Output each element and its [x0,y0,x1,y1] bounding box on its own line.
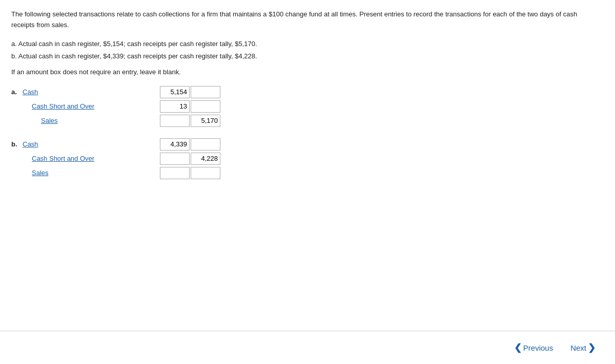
section-b: b. Cash b. Cash Short and Over b. Sale [11,138,604,179]
next-button[interactable]: Next ❯ [563,338,603,357]
debit-a-short[interactable] [160,100,190,113]
credit-a-sales[interactable] [191,115,220,127]
account-sales-b: Sales [32,169,114,177]
label-area-b-cash: b. Cash [11,140,155,148]
section-a-letter: a. [11,88,20,96]
input-pair-a-short [160,100,220,113]
account-cash-b: Cash [23,140,105,148]
row-a-cash: a. Cash [11,86,604,98]
credit-b-cash[interactable] [191,138,220,151]
credit-b-sales[interactable] [191,167,220,179]
main-content: The following selected transactions rela… [0,0,615,179]
input-pair-a-sales [160,115,220,127]
trans-a: a. Actual cash in cash register, $5,154;… [11,38,604,51]
row-b-cash-short: b. Cash Short and Over [11,153,604,165]
debit-b-cash[interactable] [160,138,190,151]
debit-b-sales[interactable] [160,167,190,179]
section-a: a. Cash a. Cash Short and Over a. Sale [11,86,604,127]
row-b-sales: b. Sales [11,167,604,179]
label-area-a-short: a. Cash Short and Over [11,102,155,110]
label-area-b-short: b. Cash Short and Over [11,155,155,162]
transaction-list: a. Actual cash in cash register, $5,154;… [11,38,604,63]
input-pair-a-cash [160,86,220,98]
row-a-sales: a. Sales [11,115,604,127]
previous-button[interactable]: ❮ Previous [507,338,560,357]
account-cash-short-a: Cash Short and Over [32,102,114,110]
section-b-letter: b. [11,140,20,148]
account-cash-a: Cash [23,88,105,96]
debit-a-sales[interactable] [160,115,190,127]
credit-a-cash[interactable] [191,86,220,98]
next-label: Next [570,344,586,352]
next-chevron-icon: ❯ [588,342,596,353]
debit-a-cash[interactable] [160,86,190,98]
hint-text: If an amount box does not require an ent… [11,68,604,76]
previous-label: Previous [523,344,553,352]
input-pair-b-sales [160,167,220,179]
account-cash-short-b: Cash Short and Over [32,155,114,162]
label-area-a-sales: a. Sales [11,117,155,124]
intro-text: The following selected transactions rela… [11,9,596,31]
row-a-cash-short: a. Cash Short and Over [11,100,604,113]
previous-chevron-icon: ❮ [514,342,522,353]
credit-a-short[interactable] [191,100,220,113]
input-pair-b-short [160,153,220,165]
footer-bar: ❮ Previous Next ❯ [0,331,615,364]
credit-b-short[interactable] [191,153,220,165]
account-sales-a: Sales [41,117,123,124]
debit-b-short[interactable] [160,153,190,165]
label-area-b-sales: b. Sales [11,169,155,177]
trans-b: b. Actual cash in cash register, $4,339;… [11,50,604,63]
label-area-a-cash: a. Cash [11,88,155,96]
input-pair-b-cash [160,138,220,151]
row-b-cash: b. Cash [11,138,604,151]
